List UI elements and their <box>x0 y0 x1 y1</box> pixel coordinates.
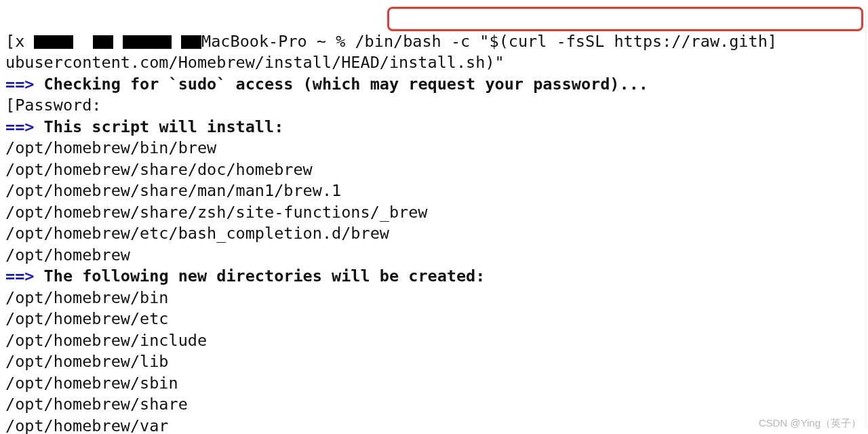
arrow-marker: ==> <box>5 267 34 285</box>
censor-block <box>34 35 73 49</box>
command-wrap-remainder: ubusercontent.com/Homebrew/install/HEAD/… <box>5 53 505 72</box>
newdir-path: /opt/homebrew/sbin <box>5 374 178 393</box>
install-path: /opt/homebrew <box>5 245 130 264</box>
password-prompt: Password: <box>15 96 101 115</box>
prompt-bracket-close: ] <box>768 32 777 51</box>
password-bracket: [ <box>5 96 15 115</box>
heading-sudo: Checking for `sudo` access (which may re… <box>34 75 648 94</box>
newdir-path: /opt/homebrew/bin <box>5 288 169 307</box>
censor-block <box>93 35 113 49</box>
newdir-path: /opt/homebrew/include <box>5 331 207 350</box>
watermark-text: CSDN @Ying（英子） <box>759 417 861 430</box>
newdir-path: /opt/homebrew/var <box>5 416 169 435</box>
newdir-path: /opt/homebrew/etc <box>5 309 169 328</box>
scrollbar-track[interactable] <box>865 9 867 427</box>
heading-install: This script will install: <box>34 117 283 136</box>
censor-block <box>123 35 172 49</box>
redacted-gap <box>172 32 181 51</box>
install-path: /opt/homebrew/share/man/man1/brew.1 <box>5 181 341 200</box>
arrow-marker: ==> <box>5 117 34 136</box>
install-path: /opt/homebrew/etc/bash_completion.d/brew <box>5 224 389 243</box>
terminal-output[interactable]: [x MacBook-Pro ~ % /bin/bash -c "$(curl … <box>0 0 868 434</box>
newdir-path: /opt/homebrew/lib <box>5 352 169 371</box>
prompt-bracket-open: [ <box>5 32 15 51</box>
heading-newdirs: The following new directories will be cr… <box>34 267 485 285</box>
arrow-marker: ==> <box>5 75 34 94</box>
redacted-gap <box>73 32 92 51</box>
censor-block <box>181 35 201 49</box>
highlight-rectangle <box>387 7 863 31</box>
install-path: /opt/homebrew/bin/brew <box>5 138 216 157</box>
newdir-path: /opt/homebrew/share <box>5 395 188 414</box>
prompt-host: MacBook-Pro ~ % <box>201 32 355 51</box>
command-highlight-fragment: /bin/bash -c "$(curl -fsSL https://raw.g… <box>355 32 767 51</box>
redacted-username: x <box>15 32 34 51</box>
install-path: /opt/homebrew/share/zsh/site-functions/_… <box>5 203 428 222</box>
install-path: /opt/homebrew/share/doc/homebrew <box>5 160 313 179</box>
redacted-gap <box>113 32 123 51</box>
